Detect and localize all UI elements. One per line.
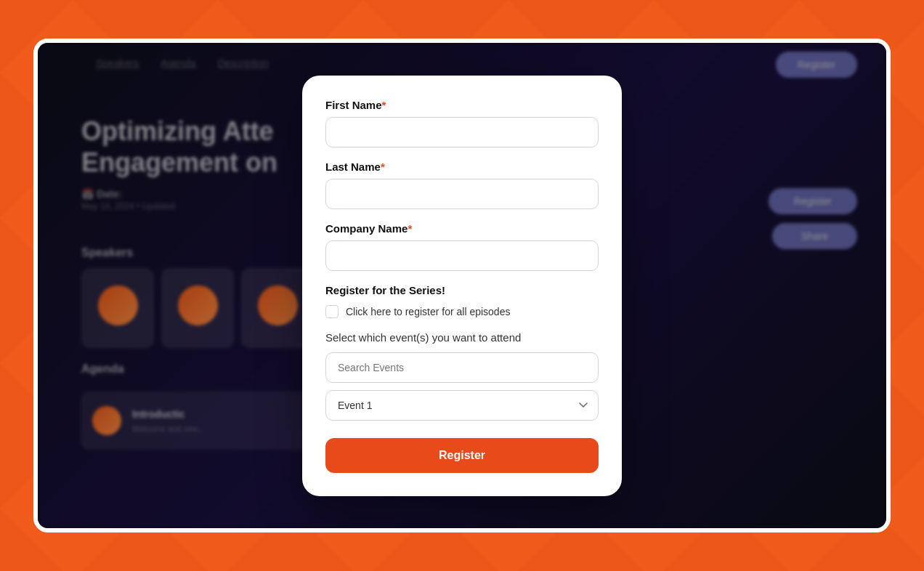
last-name-label: Last Name* — [325, 161, 599, 173]
modal-overlay: First Name* Last Name* Company Name* Reg… — [38, 43, 886, 528]
company-name-input[interactable] — [325, 240, 599, 271]
register-button[interactable]: Register — [325, 438, 599, 473]
last-name-input[interactable] — [325, 179, 599, 209]
event-select-label: Select which event(s) you want to attend — [325, 331, 599, 344]
first-name-group: First Name* — [325, 99, 599, 147]
series-checkbox[interactable] — [325, 305, 339, 318]
company-name-group: Company Name* — [325, 222, 599, 271]
company-name-required: * — [408, 222, 412, 235]
browser-frame: Speakers Agenda Description Register Opt… — [33, 39, 891, 532]
series-checkbox-row[interactable]: Click here to register for all episodes — [325, 305, 599, 318]
event-dropdown[interactable]: Event 1 Event 2 Event 3 — [325, 390, 599, 421]
series-checkbox-label: Click here to register for all episodes — [346, 306, 510, 317]
first-name-label: First Name* — [325, 99, 599, 111]
series-title: Register for the Series! — [325, 284, 599, 296]
last-name-required: * — [381, 161, 385, 173]
first-name-input[interactable] — [325, 117, 599, 147]
company-name-label: Company Name* — [325, 222, 599, 235]
search-events-input[interactable] — [325, 352, 599, 383]
registration-modal: First Name* Last Name* Company Name* Reg… — [302, 76, 622, 496]
last-name-group: Last Name* — [325, 161, 599, 209]
first-name-required: * — [382, 99, 386, 111]
